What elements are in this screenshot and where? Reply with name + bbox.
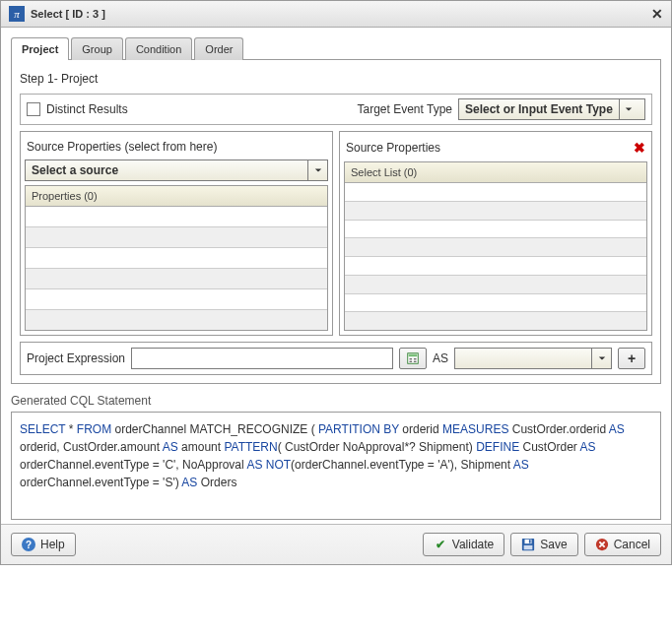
cancel-button[interactable]: Cancel — [584, 533, 661, 556]
save-label: Save — [540, 538, 567, 551]
project-expression-row: Project Expression AS + — [20, 342, 652, 375]
dialog: π Select [ ID : 3 ] ✕ Project Group Cond… — [0, 0, 672, 565]
svg-rect-1 — [409, 354, 418, 357]
source-columns: Source Properties (select from here) Sel… — [20, 131, 652, 336]
tab-panel-project: Step 1- Project Distinct Results Target … — [11, 59, 661, 384]
table-row[interactable] — [345, 221, 646, 239]
project-expression-label: Project Expression — [27, 351, 125, 365]
tab-group[interactable]: Group — [71, 37, 123, 60]
cancel-icon — [595, 538, 609, 551]
distinct-checkbox[interactable] — [27, 102, 40, 116]
selectlist-grid-rows — [345, 183, 646, 330]
table-row[interactable] — [345, 312, 646, 330]
left-source-title-text: Source Properties (select from here) — [27, 140, 217, 154]
svg-rect-8 — [529, 540, 531, 543]
as-label: AS — [433, 351, 448, 365]
distinct-label: Distinct Results — [46, 102, 128, 116]
table-row[interactable] — [345, 238, 646, 257]
svg-rect-5 — [414, 361, 417, 362]
as-select[interactable] — [454, 348, 612, 369]
right-source-panel: Source Properties ✖ Select List (0) — [339, 131, 652, 336]
cql-title: Generated CQL Statement — [11, 394, 661, 408]
save-icon — [521, 538, 535, 551]
svg-rect-9 — [524, 545, 533, 549]
table-row[interactable] — [26, 207, 327, 227]
titlebar: π Select [ ID : 3 ] ✕ — [1, 1, 671, 28]
table-row[interactable] — [345, 257, 646, 276]
help-label: Help — [40, 538, 65, 551]
app-icon: π — [9, 6, 25, 22]
validate-button[interactable]: ✔ Validate — [423, 533, 504, 556]
validate-label: Validate — [452, 538, 494, 551]
window-title: Select [ ID : 3 ] — [31, 8, 651, 20]
add-button[interactable]: + — [618, 348, 645, 369]
target-event-type-label: Target Event Type — [357, 102, 452, 116]
left-source-panel: Source Properties (select from here) Sel… — [20, 131, 333, 336]
distinct-target-row: Distinct Results Target Event Type Selec… — [20, 94, 652, 125]
source-select-row: Select a source — [25, 160, 328, 181]
save-button[interactable]: Save — [510, 533, 577, 556]
right-source-title: Source Properties ✖ — [344, 136, 647, 161]
svg-rect-2 — [409, 358, 412, 359]
properties-grid-header: Properties (0) — [26, 186, 327, 207]
table-row[interactable] — [345, 294, 646, 313]
cql-statement-box: SELECT * FROM orderChannel MATCH_RECOGNI… — [11, 412, 661, 520]
help-icon: ? — [22, 538, 35, 551]
left-source-title: Source Properties (select from here) — [25, 136, 328, 160]
dialog-footer: ? Help ✔ Validate Save Cancel — [1, 524, 671, 564]
table-row[interactable] — [345, 202, 646, 221]
target-event-type-select[interactable]: Select or Input Event Type — [458, 98, 645, 120]
close-icon[interactable]: ✕ — [651, 6, 663, 22]
source-select-value: Select a source — [26, 163, 307, 177]
table-row[interactable] — [345, 183, 646, 202]
help-button[interactable]: ? Help — [11, 533, 76, 556]
target-event-type-value: Select or Input Event Type — [459, 102, 619, 116]
properties-grid-rows — [26, 207, 327, 330]
table-row[interactable] — [26, 310, 327, 330]
svg-rect-4 — [414, 358, 417, 359]
expression-builder-button[interactable] — [399, 348, 427, 369]
table-row[interactable] — [26, 227, 327, 248]
chevron-down-icon[interactable] — [619, 99, 638, 119]
chevron-down-icon[interactable] — [307, 160, 327, 180]
dialog-body: Project Group Condition Order Step 1- Pr… — [1, 28, 671, 524]
step-label: Step 1- Project — [20, 72, 652, 86]
table-row[interactable] — [26, 248, 327, 269]
cancel-label: Cancel — [614, 538, 650, 551]
table-row[interactable] — [26, 269, 327, 289]
table-row[interactable] — [345, 276, 646, 294]
source-select[interactable]: Select a source — [25, 160, 328, 181]
cql-section: Generated CQL Statement SELECT * FROM or… — [11, 394, 661, 520]
delete-icon[interactable]: ✖ — [634, 140, 645, 156]
project-expression-input[interactable] — [131, 348, 393, 369]
svg-rect-3 — [409, 361, 412, 362]
selectlist-grid-header: Select List (0) — [345, 162, 646, 183]
chevron-down-icon[interactable] — [591, 349, 611, 368]
tabstrip: Project Group Condition Order — [11, 37, 661, 60]
check-icon: ✔ — [434, 538, 447, 551]
tab-project[interactable]: Project — [11, 37, 69, 60]
tab-order[interactable]: Order — [194, 37, 243, 60]
tab-condition[interactable]: Condition — [125, 37, 192, 60]
selectlist-grid: Select List (0) — [344, 161, 647, 331]
table-row[interactable] — [26, 289, 327, 310]
properties-grid: Properties (0) — [25, 185, 328, 331]
right-source-title-text: Source Properties — [346, 141, 440, 155]
